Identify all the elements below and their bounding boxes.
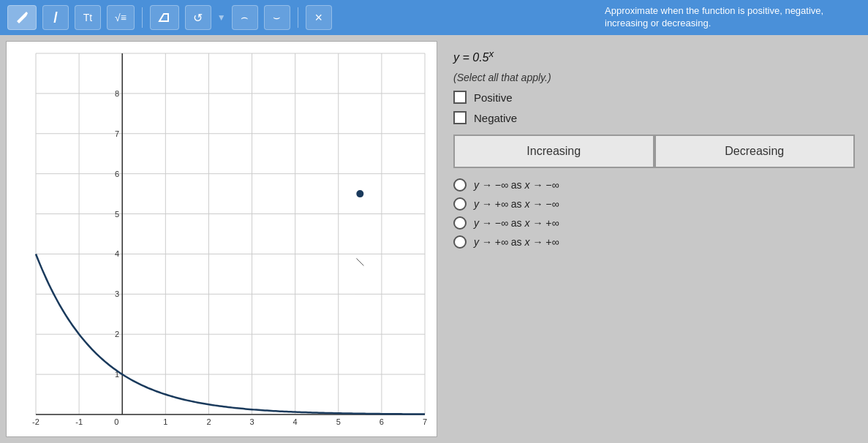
radio-1[interactable] (453, 197, 467, 211)
negative-checkbox[interactable] (453, 111, 467, 124)
shape-tool-button[interactable]: ↺ (185, 5, 211, 30)
close-tool-button[interactable]: × (306, 5, 332, 30)
decreasing-button[interactable]: Decreasing (654, 135, 856, 168)
text-tool-button[interactable]: Tt (75, 5, 101, 30)
positive-checkbox-row[interactable]: Positive (453, 91, 855, 104)
radio-3[interactable] (453, 235, 467, 249)
toolbar-instruction: Approximate when the function is positiv… (605, 5, 861, 30)
equation-display: y = 0.5x (453, 48, 855, 64)
radio-label-2: y → −∞ as x → +∞ (474, 217, 559, 229)
negative-label: Negative (474, 112, 517, 124)
graph-canvas (7, 42, 437, 436)
line-tool-button[interactable]: / (42, 5, 69, 30)
graph-area (6, 41, 437, 437)
answer-buttons-container: Increasing Decreasing (453, 135, 855, 168)
radio-label-1: y → +∞ as x → −∞ (474, 198, 559, 210)
positive-label: Positive (474, 91, 513, 104)
radio-row-3[interactable]: y → +∞ as x → +∞ (453, 235, 855, 249)
arc-up-tool-button[interactable]: ⌢ (232, 5, 258, 30)
toolbar-divider-2 (298, 7, 298, 28)
sqrt-tool-button[interactable]: √≡ (107, 5, 135, 30)
toolbar-divider (142, 7, 143, 28)
eraser-tool-button[interactable] (150, 5, 179, 30)
negative-checkbox-row[interactable]: Negative (453, 111, 855, 124)
radio-row-2[interactable]: y → −∞ as x → +∞ (453, 216, 855, 230)
increasing-button[interactable]: Increasing (453, 135, 654, 168)
arc-down-tool-button[interactable]: ⌣ (264, 5, 290, 30)
dropdown-arrow[interactable]: ▼ (217, 12, 226, 23)
main-area: y = 0.5x (Select all that apply.) Positi… (0, 35, 868, 443)
radio-label-3: y → +∞ as x → +∞ (474, 236, 559, 248)
pencil-tool-button[interactable] (7, 5, 37, 30)
radio-2[interactable] (453, 216, 467, 230)
radio-row-0[interactable]: y → −∞ as x → −∞ (453, 178, 855, 192)
radio-row-1[interactable]: y → +∞ as x → −∞ (453, 197, 855, 211)
toolbar: / Tt √≡ ↺ ▼ ⌢ ⌣ × Approximate when the f… (0, 0, 868, 35)
radio-0[interactable] (453, 178, 467, 192)
radio-options-container: y → −∞ as x → −∞ y → +∞ as x → −∞ y → −∞… (453, 178, 855, 249)
radio-label-0: y → −∞ as x → −∞ (474, 179, 559, 191)
positive-checkbox[interactable] (453, 91, 467, 104)
right-panel: y = 0.5x (Select all that apply.) Positi… (440, 35, 868, 443)
select-all-label: (Select all that apply.) (453, 72, 855, 83)
svg-marker-0 (159, 14, 168, 21)
